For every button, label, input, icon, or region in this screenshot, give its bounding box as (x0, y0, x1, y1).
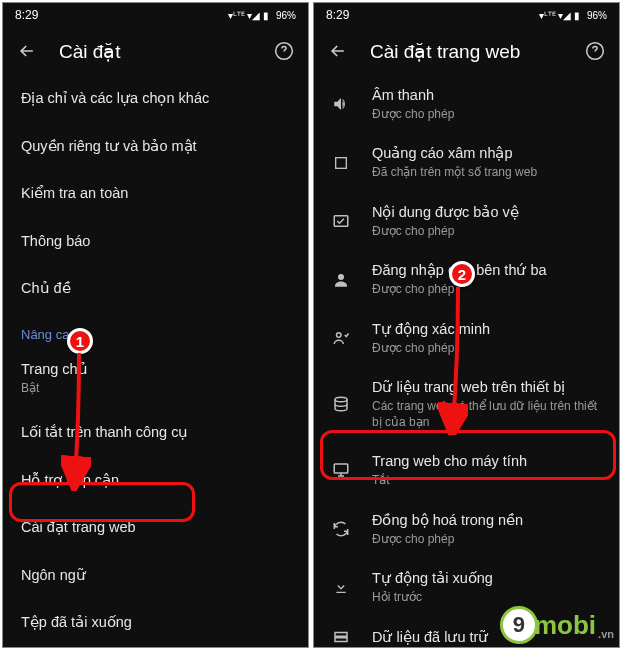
square-icon (328, 155, 354, 171)
item-site-settings[interactable]: Cài đặt trang web (3, 504, 308, 552)
left-screenshot: 8:29 ▾ᴸᵀᴱ ▾◢ ▮ 96% Cài đặt Địa chỉ và cá… (2, 2, 309, 648)
status-time: 8:29 (326, 8, 349, 22)
site-settings-list: Âm thanhĐược cho phép Quảng cáo xâm nhập… (314, 75, 619, 647)
item-theme[interactable]: Chủ đề (3, 265, 308, 313)
desktop-icon (328, 461, 354, 479)
status-time: 8:29 (15, 8, 38, 22)
item-ads[interactable]: Quảng cáo xâm nhậpĐã chặn trên một số tr… (314, 133, 619, 191)
svg-rect-9 (335, 638, 347, 642)
svg-point-4 (338, 274, 344, 280)
status-bar: 8:29 ▾ᴸᵀᴱ ▾◢ ▮ 96% (3, 3, 308, 27)
item-sync[interactable]: Đồng bộ hoá trong nềnĐược cho phép (314, 500, 619, 558)
back-icon[interactable] (15, 39, 39, 63)
status-icons: ▾ᴸᵀᴱ ▾◢ ▮ 96% (228, 10, 296, 21)
item-homepage[interactable]: Trang chủ Bật (3, 348, 308, 409)
item-language[interactable]: Ngôn ngữ (3, 552, 308, 600)
section-advanced: Nâng cao (3, 313, 308, 348)
item-accessibility[interactable]: Hỗ trợ tiếp cận (3, 457, 308, 505)
item-privacy[interactable]: Quyền riêng tư và bảo mật (3, 123, 308, 171)
item-shortcuts[interactable]: Lối tắt trên thanh công cụ (3, 409, 308, 457)
right-screenshot: 8:29 ▾ᴸᵀᴱ ▾◢ ▮ 96% Cài đặt trang web Âm … (313, 2, 620, 648)
check-icon (328, 212, 354, 230)
annotation-number-2: 2 (449, 261, 475, 287)
item-addresses[interactable]: Địa chỉ và các lựa chọn khác (3, 75, 308, 123)
help-icon[interactable] (583, 39, 607, 63)
account-icon (328, 271, 354, 289)
item-verify[interactable]: Tự động xác minhĐược cho phép (314, 309, 619, 367)
item-downloads[interactable]: Tệp đã tải xuống (3, 599, 308, 647)
svg-rect-7 (334, 464, 348, 473)
svg-point-5 (337, 333, 342, 338)
status-bar: 8:29 ▾ᴸᵀᴱ ▾◢ ▮ 96% (314, 3, 619, 27)
item-protected[interactable]: Nội dung được bảo vệĐược cho phép (314, 192, 619, 250)
page-title: Cài đặt (59, 40, 252, 63)
verify-icon (328, 329, 354, 347)
back-icon[interactable] (326, 39, 350, 63)
item-sound[interactable]: Âm thanhĐược cho phép (314, 75, 619, 133)
item-notifications[interactable]: Thông báo (3, 218, 308, 266)
item-desktop[interactable]: Trang web cho máy tínhTắt (314, 441, 619, 499)
watermark: 9 mobi .vn (500, 606, 614, 644)
page-title: Cài đặt trang web (370, 40, 563, 63)
status-icons: ▾ᴸᵀᴱ ▾◢ ▮ 96% (539, 10, 607, 21)
item-safety[interactable]: Kiểm tra an toàn (3, 170, 308, 218)
app-bar: Cài đặt trang web (314, 27, 619, 75)
settings-list: Địa chỉ và các lựa chọn khác Quyền riêng… (3, 75, 308, 647)
annotation-number-1: 1 (67, 328, 93, 354)
sync-icon (328, 520, 354, 538)
download-icon (328, 579, 354, 595)
help-icon[interactable] (272, 39, 296, 63)
app-bar: Cài đặt (3, 27, 308, 75)
svg-rect-2 (336, 157, 347, 168)
svg-point-6 (335, 397, 347, 402)
sound-icon (328, 95, 354, 113)
storage2-icon (328, 628, 354, 646)
item-sitedata[interactable]: Dữ liệu trang web trên thiết bịCác trang… (314, 367, 619, 441)
storage-icon (328, 395, 354, 413)
svg-rect-8 (335, 632, 347, 636)
